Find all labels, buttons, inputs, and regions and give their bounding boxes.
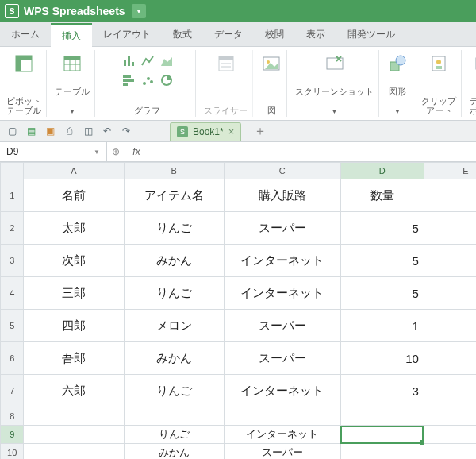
cell[interactable]: みかん bbox=[124, 342, 224, 375]
menu-tab-7[interactable]: 開発ツール bbox=[336, 22, 406, 46]
row-header-10[interactable]: 10 bbox=[1, 444, 24, 460]
document-tab[interactable]: S Book1* × bbox=[170, 122, 241, 141]
qat-undo-icon[interactable]: ↶ bbox=[100, 124, 114, 138]
title-dropdown[interactable]: ▾ bbox=[132, 4, 146, 18]
menu-tab-4[interactable]: データ bbox=[203, 22, 254, 46]
qat-preview-icon[interactable]: ◫ bbox=[81, 124, 95, 138]
cancel-formula-icon[interactable]: ⊕ bbox=[107, 142, 125, 161]
qat-save-icon[interactable]: ▤ bbox=[24, 124, 38, 138]
cell[interactable]: アイテム名 bbox=[124, 179, 224, 212]
new-tab-button[interactable]: ＋ bbox=[254, 123, 267, 140]
cell[interactable]: 次郎 bbox=[24, 245, 124, 277]
ribbon-table[interactable]: テーブル ▼ bbox=[50, 50, 95, 117]
cell[interactable] bbox=[24, 426, 124, 444]
ribbon-pivot-table[interactable]: ピボット テーブル bbox=[2, 50, 47, 117]
cell[interactable] bbox=[340, 407, 424, 426]
cell[interactable] bbox=[424, 407, 476, 426]
row-header-1[interactable]: 1 bbox=[1, 179, 24, 212]
col-header-E[interactable]: E bbox=[424, 163, 476, 179]
cell[interactable]: スーパー bbox=[224, 444, 340, 460]
cell[interactable] bbox=[124, 407, 224, 426]
qat-redo-icon[interactable]: ↷ bbox=[119, 124, 133, 138]
cell[interactable]: 六郎 bbox=[24, 375, 124, 407]
cell[interactable]: 10 bbox=[340, 342, 424, 375]
menu-tab-3[interactable]: 数式 bbox=[162, 22, 203, 46]
cell[interactable] bbox=[424, 444, 476, 460]
formula-input[interactable] bbox=[148, 142, 476, 161]
cell[interactable]: 太郎 bbox=[24, 212, 124, 245]
cell[interactable]: インターネット bbox=[224, 375, 340, 407]
cell[interactable]: りんご bbox=[124, 212, 224, 245]
cell[interactable]: スーパー bbox=[224, 212, 340, 245]
cell[interactable]: みかん bbox=[124, 245, 224, 277]
cell[interactable] bbox=[24, 444, 124, 460]
cell[interactable]: りんご bbox=[124, 426, 224, 444]
cell[interactable] bbox=[424, 426, 476, 444]
cell[interactable] bbox=[424, 375, 476, 407]
ribbon-shapes[interactable]: 図形 ▼ bbox=[382, 50, 413, 117]
chart-more-icon[interactable] bbox=[157, 71, 176, 90]
qat-print-icon[interactable]: ⎙ bbox=[62, 124, 76, 138]
spreadsheet-grid[interactable]: ABCDE1名前アイテム名購入販路数量2太郎りんごスーパー53次郎みかんインター… bbox=[0, 162, 476, 459]
cell[interactable]: 3 bbox=[340, 375, 424, 407]
chart-scatter-icon[interactable] bbox=[138, 71, 157, 90]
cell[interactable]: りんご bbox=[124, 277, 224, 310]
chart-column-icon[interactable] bbox=[119, 52, 138, 71]
cell[interactable]: 5 bbox=[340, 277, 424, 310]
cell[interactable] bbox=[424, 277, 476, 310]
select-all-corner[interactable] bbox=[1, 163, 24, 179]
chart-line-icon[interactable] bbox=[138, 52, 157, 71]
cell[interactable] bbox=[224, 407, 340, 426]
fx-label[interactable]: fx bbox=[125, 142, 148, 161]
menu-tab-5[interactable]: 校閲 bbox=[254, 22, 295, 46]
cell[interactable]: 数量 bbox=[340, 179, 424, 212]
ribbon-screenshot[interactable]: スクリーンショット ▼ bbox=[290, 50, 379, 117]
row-header-7[interactable]: 7 bbox=[1, 375, 24, 407]
menu-tab-0[interactable]: ホーム bbox=[0, 22, 51, 46]
cell[interactable]: インターネット bbox=[224, 245, 340, 277]
col-header-D[interactable]: D bbox=[340, 163, 424, 179]
cell[interactable] bbox=[340, 426, 424, 444]
qat-new-icon[interactable]: ▢ bbox=[5, 124, 19, 138]
cell[interactable]: スーパー bbox=[224, 310, 340, 342]
cell[interactable] bbox=[424, 245, 476, 277]
row-header-2[interactable]: 2 bbox=[1, 212, 24, 245]
cell[interactable]: 四郎 bbox=[24, 310, 124, 342]
cell[interactable]: 5 bbox=[340, 245, 424, 277]
cell[interactable]: インターネット bbox=[224, 426, 340, 444]
close-icon[interactable]: × bbox=[228, 125, 235, 137]
row-header-8[interactable]: 8 bbox=[1, 407, 24, 426]
cell[interactable]: 名前 bbox=[24, 179, 124, 212]
name-box[interactable]: D9 ▼ bbox=[0, 142, 107, 161]
cell[interactable] bbox=[424, 212, 476, 245]
row-header-6[interactable]: 6 bbox=[1, 342, 24, 375]
row-header-3[interactable]: 3 bbox=[1, 245, 24, 277]
cell[interactable]: 5 bbox=[340, 212, 424, 245]
chart-area-icon[interactable] bbox=[157, 52, 176, 71]
col-header-C[interactable]: C bbox=[224, 163, 340, 179]
ribbon-image[interactable]: 図 bbox=[256, 50, 287, 117]
cell[interactable]: りんご bbox=[124, 375, 224, 407]
row-header-4[interactable]: 4 bbox=[1, 277, 24, 310]
ribbon-clipart[interactable]: クリップ アート bbox=[416, 50, 462, 117]
cell[interactable] bbox=[424, 342, 476, 375]
cell[interactable] bbox=[424, 179, 476, 212]
row-header-9[interactable]: 9 bbox=[1, 426, 24, 444]
cell[interactable] bbox=[424, 310, 476, 342]
cell[interactable]: スーパー bbox=[224, 342, 340, 375]
cell[interactable]: みかん bbox=[124, 444, 224, 460]
menu-tab-6[interactable]: 表示 bbox=[295, 22, 336, 46]
cell[interactable] bbox=[24, 407, 124, 426]
cell[interactable]: 購入販路 bbox=[224, 179, 340, 212]
cell[interactable]: メロン bbox=[124, 310, 224, 342]
qat-open-icon[interactable]: ▣ bbox=[43, 124, 57, 138]
col-header-B[interactable]: B bbox=[124, 163, 224, 179]
menu-tab-2[interactable]: レイアウト bbox=[92, 22, 162, 46]
cell[interactable]: 三郎 bbox=[24, 277, 124, 310]
col-header-A[interactable]: A bbox=[24, 163, 124, 179]
row-header-5[interactable]: 5 bbox=[1, 310, 24, 342]
cell[interactable] bbox=[340, 444, 424, 460]
ribbon-textbox[interactable]: A テキス ボック bbox=[465, 50, 476, 117]
cell[interactable]: 1 bbox=[340, 310, 424, 342]
ribbon-slicer[interactable]: スライサー bbox=[199, 50, 253, 117]
